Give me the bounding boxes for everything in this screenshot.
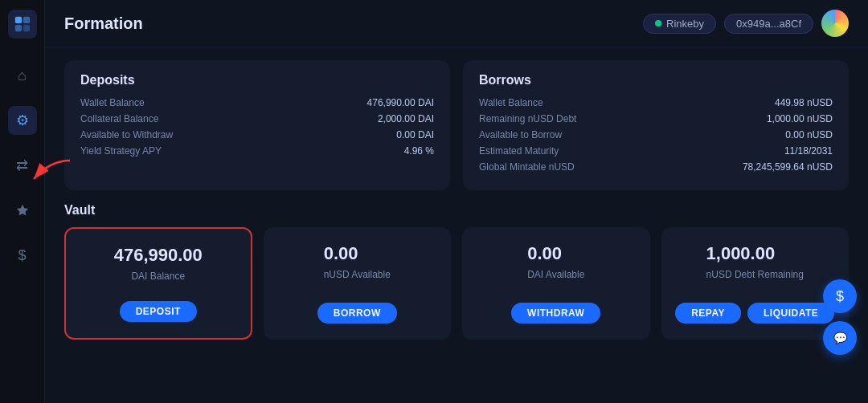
borrows-mintable-value: 78,245,599.64 nUSD bbox=[743, 161, 833, 173]
sidebar-item-home[interactable]: ⌂ bbox=[8, 61, 37, 90]
vault-dai-available-amount: 0.00 bbox=[527, 243, 584, 264]
vault-section: Vault 476,990.00 DAI Balance DEPOSIT 0.0… bbox=[64, 203, 849, 340]
vault-card-nusd-available: 0.00 nUSD Available BORROW bbox=[264, 227, 452, 340]
address-badge[interactable]: 0x949a...a8Cf bbox=[724, 14, 813, 34]
deposits-apy-label: Yield Strategy APY bbox=[80, 145, 162, 157]
borrows-available-row: Available to Borrow 0.00 nUSD bbox=[479, 129, 833, 140]
deposits-collateral-row: Collateral Balance 2,000.00 DAI bbox=[80, 113, 434, 124]
borrows-available-value: 0.00 nUSD bbox=[785, 129, 833, 140]
deposits-card: Deposits Wallet Balance 476,990.00 DAI C… bbox=[64, 60, 450, 190]
borrows-maturity-label: Estimated Maturity bbox=[479, 145, 559, 157]
fab-dollar-button[interactable]: $ bbox=[823, 279, 857, 313]
deposits-title: Deposits bbox=[80, 73, 434, 88]
vault-dai-balance-label: DAI Balance bbox=[114, 271, 203, 282]
deposits-wallet-balance-label: Wallet Balance bbox=[80, 97, 145, 108]
borrows-wallet-balance-row: Wallet Balance 449.98 nUSD bbox=[479, 97, 833, 108]
main-content: Formation Rinkeby 0x949a...a8Cf Deposits… bbox=[45, 0, 868, 403]
vault-nusd-available-label: nUSD Available bbox=[324, 269, 391, 280]
vault-dai-balance-amount: 476,990.00 bbox=[114, 245, 203, 266]
svg-rect-0 bbox=[14, 17, 21, 23]
borrows-title: Borrows bbox=[479, 73, 833, 88]
app-logo bbox=[8, 10, 37, 39]
network-label: Rinkeby bbox=[666, 18, 704, 30]
vault-card-dai-available: 0.00 DAI Available WITHDRAW bbox=[462, 227, 650, 340]
avatar[interactable] bbox=[821, 10, 849, 37]
svg-rect-2 bbox=[14, 25, 21, 31]
sidebar: ⌂ ⚙ ⇄ $ bbox=[0, 0, 45, 403]
borrows-mintable-label: Global Mintable nUSD bbox=[479, 161, 575, 173]
deposits-apy-row: Yield Strategy APY 4.96 % bbox=[80, 145, 434, 157]
deposits-apy-value: 4.96 % bbox=[404, 145, 434, 157]
borrows-maturity-value: 11/18/2031 bbox=[784, 145, 833, 157]
header: Formation Rinkeby 0x949a...a8Cf bbox=[45, 0, 868, 47]
borrows-mintable-row: Global Mintable nUSD 78,245,599.64 nUSD bbox=[479, 161, 833, 173]
deposits-withdraw-row: Available to Withdraw 0.00 DAI bbox=[80, 129, 434, 140]
deposits-wallet-balance-value: 476,990.00 DAI bbox=[367, 97, 434, 108]
network-badge[interactable]: Rinkeby bbox=[643, 14, 716, 34]
header-right: Rinkeby 0x949a...a8Cf bbox=[643, 10, 849, 37]
vault-dai-available-label: DAI Available bbox=[527, 269, 584, 280]
borrows-available-label: Available to Borrow bbox=[479, 129, 562, 140]
sidebar-item-gear[interactable]: ⚙ bbox=[8, 106, 37, 135]
vault-title: Vault bbox=[64, 203, 849, 218]
page-title: Formation bbox=[64, 14, 143, 33]
deposits-collateral-value: 2,000.00 DAI bbox=[378, 113, 434, 124]
deposit-button[interactable]: DEPOSIT bbox=[120, 301, 197, 322]
borrows-wallet-balance-value: 449.98 nUSD bbox=[775, 97, 833, 108]
borrows-wallet-balance-label: Wallet Balance bbox=[479, 97, 543, 108]
vault-card-nusd-debt: 1,000.00 nUSD Debt Remaining REPAY LIQUI… bbox=[661, 227, 850, 340]
deposits-wallet-balance-row: Wallet Balance 476,990.00 DAI bbox=[80, 97, 434, 108]
borrows-maturity-row: Estimated Maturity 11/18/2031 bbox=[479, 145, 833, 157]
vault-debt-buttons: REPAY LIQUIDATE bbox=[675, 303, 834, 324]
borrows-card: Borrows Wallet Balance 449.98 nUSD Remai… bbox=[463, 60, 849, 190]
borrows-debt-value: 1,000.00 nUSD bbox=[767, 113, 833, 124]
borrows-debt-label: Remaining nUSD Debt bbox=[479, 113, 576, 124]
content-area: Deposits Wallet Balance 476,990.00 DAI C… bbox=[45, 47, 868, 403]
sidebar-item-transfer[interactable]: ⇄ bbox=[8, 151, 37, 180]
vault-nusd-debt-label: nUSD Debt Remaining bbox=[706, 269, 804, 280]
deposits-collateral-label: Collateral Balance bbox=[80, 113, 158, 124]
fab-chat-button[interactable]: 💬 bbox=[823, 321, 857, 355]
info-cards-row: Deposits Wallet Balance 476,990.00 DAI C… bbox=[64, 60, 849, 190]
sidebar-item-wallet[interactable]: $ bbox=[8, 241, 37, 270]
repay-button[interactable]: REPAY bbox=[675, 303, 741, 324]
borrows-debt-row: Remaining nUSD Debt 1,000.00 nUSD bbox=[479, 113, 833, 124]
wallet-address: 0x949a...a8Cf bbox=[736, 18, 801, 30]
network-status-dot bbox=[655, 20, 661, 26]
fab-container: $ 💬 bbox=[823, 279, 857, 355]
deposits-withdraw-value: 0.00 DAI bbox=[396, 129, 434, 140]
borrow-button[interactable]: BORROW bbox=[317, 303, 397, 324]
svg-rect-1 bbox=[23, 17, 29, 23]
deposits-withdraw-label: Available to Withdraw bbox=[80, 129, 173, 140]
vault-nusd-debt-amount: 1,000.00 bbox=[706, 243, 804, 264]
vault-card-dai-balance: 476,990.00 DAI Balance DEPOSIT bbox=[64, 227, 252, 340]
vault-nusd-available-amount: 0.00 bbox=[324, 243, 391, 264]
withdraw-button[interactable]: WITHDRAW bbox=[511, 303, 600, 324]
vault-cards: 476,990.00 DAI Balance DEPOSIT 0.00 nUSD… bbox=[64, 227, 849, 340]
svg-rect-3 bbox=[23, 25, 29, 31]
liquidate-button[interactable]: LIQUIDATE bbox=[747, 303, 834, 324]
sidebar-item-stake[interactable] bbox=[8, 196, 37, 225]
